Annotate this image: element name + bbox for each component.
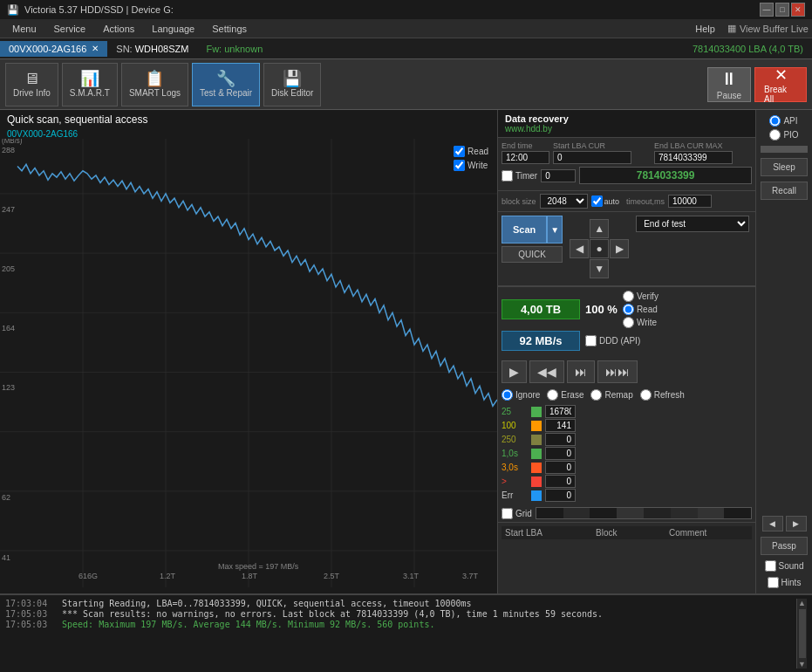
api-radio[interactable]: API <box>769 115 798 127</box>
timer-checkbox[interactable] <box>502 170 513 182</box>
err-100-val[interactable] <box>545 419 576 432</box>
scroll-down[interactable]: ▼ <box>798 660 806 669</box>
disk-editor-button[interactable]: 💾 Disk Editor <box>263 63 321 106</box>
scroll-up[interactable]: ▲ <box>798 599 806 607</box>
arrow-up[interactable]: ▲ <box>590 219 609 238</box>
auto-checkbox[interactable] <box>591 195 603 207</box>
read-checkbox[interactable] <box>454 146 465 157</box>
ddd-api-label[interactable]: DDD (API) <box>585 335 640 346</box>
verify-radio[interactable]: Verify <box>623 291 658 302</box>
menu-item-language[interactable]: Language <box>143 22 203 36</box>
passp-button[interactable]: Passp <box>761 537 808 555</box>
write-label[interactable]: Write <box>454 160 488 171</box>
log-scrollbar[interactable]: ▲ ▼ <box>796 599 807 669</box>
drive-tab-close[interactable]: ✕ <box>92 44 99 53</box>
timeout-input[interactable] <box>668 195 712 208</box>
titlebar-controls[interactable]: — □ ✕ <box>760 3 805 17</box>
read-radio[interactable]: Read <box>623 304 658 315</box>
smart-button[interactable]: 📊 S.M.A.R.T <box>62 63 118 106</box>
timer-label-row[interactable]: Timer <box>502 170 537 182</box>
verify-radio-input[interactable] <box>623 291 634 302</box>
scan-dropdown[interactable]: ▼ <box>547 216 563 243</box>
err-1s-val[interactable] <box>545 447 576 460</box>
err-gt: > <box>502 475 752 488</box>
skip-end-button[interactable]: ⏭⏭ <box>597 360 638 383</box>
menu-item-menu[interactable]: Menu <box>3 22 45 36</box>
arrow-right[interactable]: ▶ <box>610 239 629 258</box>
minimize-button[interactable]: — <box>760 3 774 17</box>
close-button[interactable]: ✕ <box>791 3 805 17</box>
read-radio-input[interactable] <box>623 304 634 315</box>
arrow-center[interactable]: ● <box>590 239 609 258</box>
remap-radio-input[interactable] <box>590 389 602 401</box>
scroll-thumb[interactable] <box>799 609 806 658</box>
hints-checkbox-label[interactable]: Hints <box>768 577 802 588</box>
scan-button[interactable]: Scan <box>502 216 547 243</box>
menu-item-actions[interactable]: Actions <box>94 22 143 36</box>
col-comment: Comment <box>669 528 748 538</box>
write-radio[interactable]: Write <box>623 317 658 328</box>
sleep-button[interactable]: Sleep <box>761 158 808 176</box>
err-err-val[interactable] <box>545 489 576 502</box>
col-start-lba: Start LBA <box>505 528 592 538</box>
api-radio-input[interactable] <box>769 115 781 127</box>
scan-btn-row: Scan ▼ <box>502 216 563 243</box>
start-lba-input[interactable] <box>553 151 631 164</box>
grid-row: Grid <box>498 504 755 522</box>
data-recovery-title: Data recovery www.hdd.by <box>505 113 569 134</box>
pause-button[interactable]: ⏸ Pause <box>707 67 751 102</box>
arrow-down[interactable]: ▼ <box>590 259 609 278</box>
write-checkbox[interactable] <box>454 160 465 171</box>
app-title: Victoria 5.37 HDD/SSD | Device G: <box>24 4 174 15</box>
err-3s-val[interactable] <box>545 461 576 474</box>
ignore-radio[interactable]: Ignore <box>502 389 540 401</box>
rewind-button[interactable]: ◀◀ <box>529 360 564 383</box>
buffer-icon: ▦ <box>727 23 736 34</box>
log-entry-2: 17:05:03 *** Scan results: no warnings, … <box>5 609 796 619</box>
end-time-input[interactable] <box>502 151 549 164</box>
refresh-radio-input[interactable] <box>640 389 652 401</box>
write-radio-input[interactable] <box>623 317 634 328</box>
menu-item-service[interactable]: Service <box>45 22 95 36</box>
ddd-api-checkbox[interactable] <box>585 335 597 346</box>
err-250-val[interactable] <box>545 433 576 446</box>
refresh-radio[interactable]: Refresh <box>640 389 685 401</box>
pio-radio-input[interactable] <box>769 129 781 141</box>
erase-radio[interactable]: Erase <box>547 389 583 401</box>
err-gt-val[interactable] <box>545 475 576 488</box>
help-menu[interactable]: Help <box>686 22 724 36</box>
sound-checkbox[interactable] <box>765 560 776 572</box>
block-size-select[interactable]: 2048 <box>540 194 588 209</box>
test-action-select[interactable]: End of test <box>636 216 749 232</box>
auto-label-row[interactable]: auto <box>591 195 620 207</box>
quick-button[interactable]: QUICK <box>502 246 563 263</box>
break-all-button[interactable]: ✕ Break All <box>754 67 807 102</box>
pio-radio[interactable]: PIO <box>769 129 798 141</box>
arrow-left[interactable]: ◀ <box>570 239 589 258</box>
timer-input[interactable] <box>541 169 576 182</box>
end-lba-input[interactable] <box>654 151 733 164</box>
view-buffer-label[interactable]: View Buffer Live <box>740 24 809 34</box>
recall-button[interactable]: Recall <box>761 182 808 200</box>
maximize-button[interactable]: □ <box>775 3 789 17</box>
hints-checkbox[interactable] <box>768 577 779 588</box>
right-bar-btn[interactable]: ▶ <box>786 516 807 531</box>
drive-tab[interactable]: 00VX000-2AG166 ✕ <box>0 41 107 57</box>
sound-checkbox-label[interactable]: Sound <box>765 560 804 572</box>
grid-checkbox-label[interactable]: Grid <box>502 508 532 519</box>
end-time-row: End time Start LBA CUR End LBA CUR MAX <box>502 141 752 164</box>
test-repair-button[interactable]: 🔧 Test & Repair <box>192 63 260 106</box>
menu-item-settings[interactable]: Settings <box>203 22 256 36</box>
left-bar-btn[interactable]: ◀ <box>762 516 783 531</box>
play-button[interactable]: ▶ <box>502 360 527 383</box>
read-label[interactable]: Read <box>454 146 488 157</box>
err-25-val[interactable] <box>545 405 576 418</box>
grid-checkbox[interactable] <box>502 508 513 519</box>
ignore-radio-input[interactable] <box>502 389 513 401</box>
remap-radio[interactable]: Remap <box>590 389 632 401</box>
err-25: 25 <box>502 405 752 418</box>
erase-radio-input[interactable] <box>547 389 558 401</box>
skip-button[interactable]: ⏭ <box>567 360 595 383</box>
drive-info-button[interactable]: 🖥 Drive Info <box>5 63 58 106</box>
smart-logs-button[interactable]: 📋 SMART Logs <box>121 63 188 106</box>
